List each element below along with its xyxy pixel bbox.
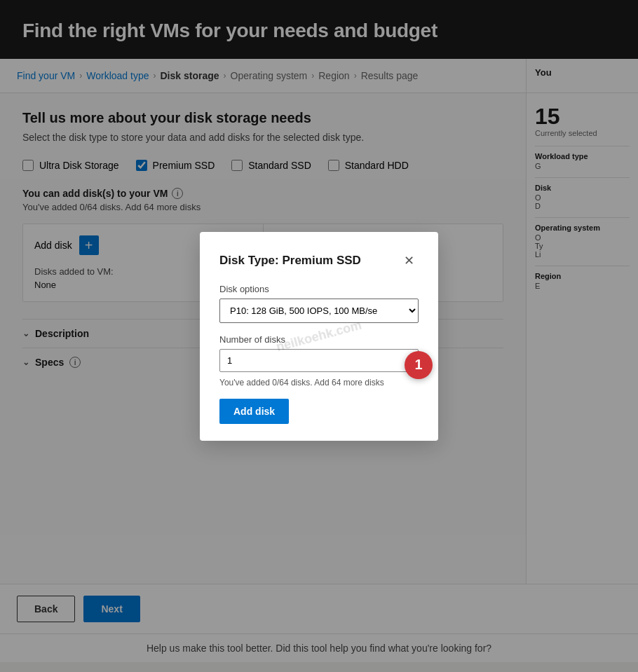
modal-close-button[interactable]: ✕	[400, 252, 419, 270]
step-badge: 1	[405, 351, 433, 379]
disk-type-modal: Disk Type: Premium SSD ✕ Disk options P1…	[200, 232, 438, 441]
modal-disk-options-select[interactable]: P10: 128 GiB, 500 IOPS, 100 MB/se P20: 5…	[219, 299, 419, 323]
modal-add-disk-button[interactable]: Add disk	[219, 399, 289, 424]
modal-title: Disk Type: Premium SSD	[219, 254, 361, 268]
modal-hint-text: You've added 0/64 disks. Add 64 more dis…	[219, 378, 384, 388]
modal-num-disks-label: Number of disks	[219, 334, 419, 345]
modal-num-disks-input[interactable]	[219, 349, 419, 372]
modal-overlay[interactable]: Disk Type: Premium SSD ✕ Disk options P1…	[0, 0, 638, 672]
modal-num-disks-hint: You've added 0/64 disks. Add 64 more dis…	[219, 378, 419, 388]
modal-header: Disk Type: Premium SSD ✕	[219, 252, 419, 270]
modal-disk-options-label: Disk options	[219, 284, 419, 294]
